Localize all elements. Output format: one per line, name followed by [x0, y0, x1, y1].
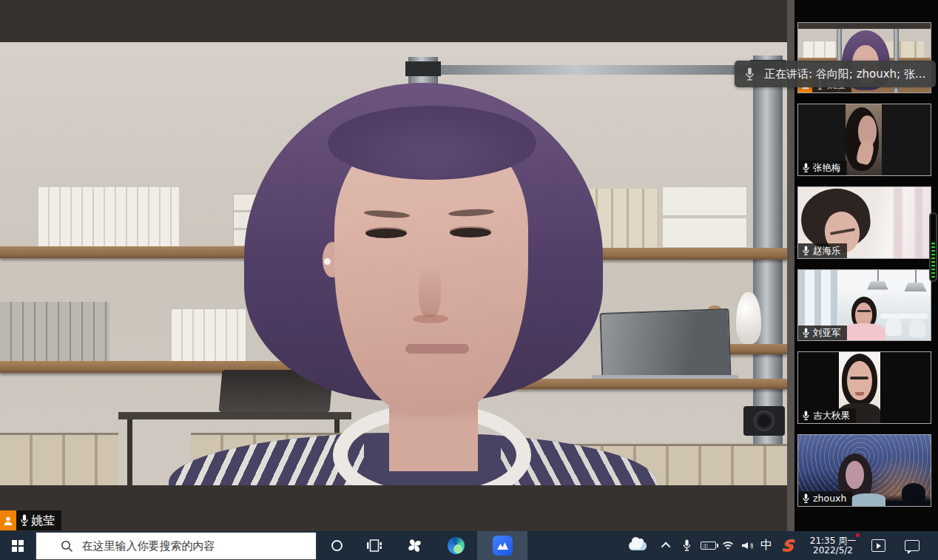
nose-shadow	[419, 264, 441, 317]
participant-name-tag: 刘亚军	[798, 325, 847, 340]
participant-name: zhouxh	[813, 493, 846, 505]
participant-name-tag: zhouxh	[798, 491, 852, 506]
start-button[interactable]	[0, 531, 36, 560]
microphone-icon	[802, 246, 810, 256]
mouth	[405, 344, 469, 354]
cortana-icon	[331, 540, 343, 551]
earbud	[324, 258, 331, 265]
sidebar-scrollbar[interactable]	[929, 212, 937, 282]
cortana-button[interactable]	[324, 531, 349, 560]
mini-shirt	[851, 493, 886, 506]
microphone-icon	[802, 493, 810, 504]
nose-base	[413, 314, 448, 323]
main-video[interactable]: 姚莹	[0, 0, 787, 531]
lamp-stem	[915, 270, 917, 283]
books-row	[0, 302, 109, 361]
edge-browser-button[interactable]	[439, 531, 472, 560]
wifi-tray-button[interactable]	[718, 531, 738, 560]
participant-name-tag: 吉大秋果	[798, 408, 856, 423]
mini-books	[885, 41, 924, 58]
task-view-icon	[367, 539, 382, 552]
active-speaker-tag: 姚莹	[0, 510, 61, 530]
desk-leg	[127, 419, 132, 485]
speaking-now-banner: 正在讲话: 谷向阳; zhouxh; 张...	[735, 61, 936, 87]
person-hairline	[328, 106, 536, 180]
books-row	[38, 187, 179, 246]
sogou-input-button[interactable]: S	[777, 531, 799, 560]
tencent-meeting-icon	[493, 536, 513, 556]
participant-name: 刘亚军	[813, 327, 841, 339]
meeting-app-window: 姚莹 姚莹	[0, 0, 938, 560]
eye	[450, 228, 491, 237]
tencent-meeting-button[interactable]	[477, 531, 527, 560]
microphone-icon	[19, 514, 30, 527]
notification-dot	[856, 533, 860, 537]
participant-thumbnail[interactable]: 张艳梅	[797, 104, 931, 176]
volume-waves-icon	[749, 541, 755, 551]
action-center-icon	[905, 540, 920, 551]
blur-band	[894, 187, 903, 258]
participant-name: 吉大秋果	[813, 410, 850, 422]
participant-name-tag: 张艳梅	[798, 161, 847, 175]
battery-charging-icon: ⚿	[701, 542, 716, 550]
mini-chair	[909, 320, 925, 338]
pinwheel-app-icon	[406, 537, 423, 554]
taskbar-search[interactable]	[36, 532, 317, 560]
onedrive-tray-button[interactable]	[625, 531, 650, 560]
lamp-stem	[877, 270, 879, 281]
windows-taskbar: ⚿ 中 S 21:35 周一 2022/5/2	[0, 531, 938, 560]
windows-logo-icon	[12, 540, 24, 552]
active-speaker-name: 姚莹	[31, 515, 55, 527]
white-box-stack	[662, 217, 747, 248]
clock-time: 21:35 周一	[810, 536, 856, 546]
participant-name: 张艳梅	[813, 162, 841, 174]
eye	[365, 229, 407, 238]
wifi-icon	[721, 542, 735, 550]
mini-glasses	[857, 310, 871, 312]
search-input[interactable]	[82, 539, 304, 553]
media-play-icon	[871, 539, 885, 552]
search-icon	[61, 540, 73, 553]
ime-language-button[interactable]: 中	[756, 531, 777, 560]
microphone-icon	[802, 411, 810, 421]
chevron-up-icon	[661, 542, 670, 552]
mini-smile	[855, 392, 865, 396]
participant-thumbnail[interactable]: 吉大秋果	[797, 351, 931, 424]
microphone-icon	[682, 539, 692, 552]
host-person-icon	[0, 510, 16, 530]
participant-name: 赵海乐	[813, 245, 841, 257]
participant-name-tag: 赵海乐	[798, 243, 847, 258]
participant-thumbnail[interactable]: 赵海乐	[797, 186, 931, 259]
mini-glasses	[850, 377, 868, 379]
media-playback-button[interactable]	[866, 531, 891, 560]
microphone-tray-button[interactable]	[677, 531, 696, 560]
participant-thumbnail[interactable]: 刘亚军	[797, 269, 931, 341]
battery-tray-button[interactable]: ⚿	[697, 531, 719, 560]
microphone-icon	[744, 67, 755, 81]
shelf-beam-top	[408, 65, 783, 75]
scrollbar-thumb	[931, 243, 935, 280]
clock-date: 2022/5/2	[813, 546, 853, 556]
pinwheel-app-button[interactable]	[398, 531, 431, 560]
speaking-now-text: 正在讲话: 谷向阳; zhouxh; 张...	[764, 67, 925, 81]
task-view-button[interactable]	[361, 531, 388, 560]
hidden-icons-button[interactable]	[657, 531, 676, 560]
microphone-icon	[802, 328, 810, 338]
edge-icon	[448, 537, 465, 554]
onedrive-cloud-icon	[629, 542, 647, 550]
post-connector	[405, 61, 441, 76]
white-vase	[736, 292, 761, 344]
mini-table	[880, 314, 928, 320]
action-center-button[interactable]	[897, 531, 927, 560]
camera	[743, 406, 785, 436]
mini-books	[803, 41, 837, 58]
desk-top	[118, 412, 351, 419]
participant-thumbnail[interactable]: zhouxh	[797, 434, 931, 507]
main-video-canvas	[0, 42, 787, 485]
sogou-icon: S	[781, 537, 794, 555]
books-row	[172, 309, 246, 361]
laptop	[599, 308, 731, 381]
mini-shirt	[842, 323, 885, 340]
mini-chair	[885, 318, 901, 337]
blur-band	[915, 187, 923, 258]
